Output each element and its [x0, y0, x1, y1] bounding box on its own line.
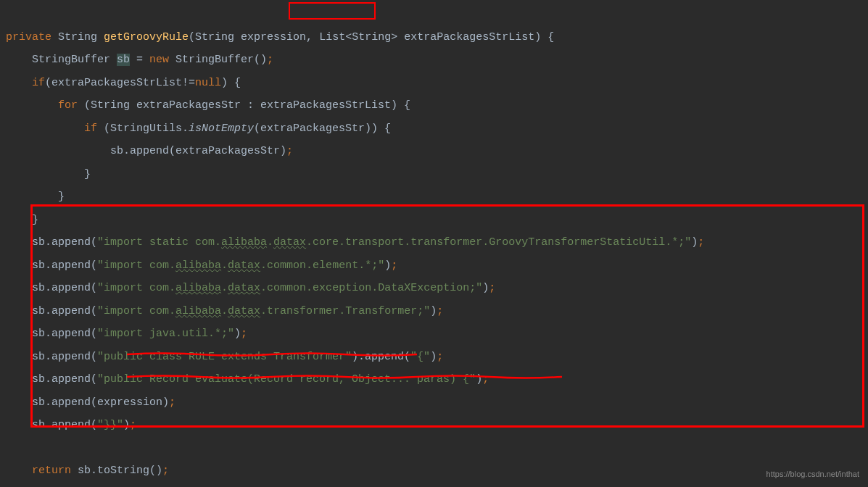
code-line: sb.append("public class RULE extends Tra…: [6, 351, 443, 363]
code-editor[interactable]: private String getGroovyRule(String expr…: [6, 3, 862, 487]
code-line: sb.append("import com.alibaba.datax.comm…: [6, 259, 397, 272]
code-line: sb.append(expression);: [6, 396, 175, 409]
code-line: sb.append("import com.alibaba.datax.tran…: [6, 305, 443, 317]
code-line: }: [6, 168, 91, 180]
code-line: if (StringUtils.isNotEmpty(extraPackages…: [6, 122, 391, 135]
code-line: }: [6, 191, 65, 203]
code-line: sb.append("import static com.alibaba.dat…: [6, 236, 704, 249]
code-line: sb.append(extraPackagesStr);: [6, 145, 293, 157]
code-line: StringBuffer sb = new StringBuffer();: [6, 54, 273, 66]
keyword-private: private String getGroovyRule(String expr…: [6, 31, 554, 43]
code-line: return sb.toString();: [6, 465, 169, 477]
code-line: if(extraPackagesStrList!=null) {: [6, 77, 241, 89]
code-line: for (String extraPackagesStr : extraPack…: [6, 99, 410, 112]
code-line: sb.append("import java.util.*;");: [6, 328, 247, 340]
code-line: sb.append("public Record evaluate(Record…: [6, 373, 489, 386]
code-line: sb.append("}}");: [6, 419, 136, 431]
code-line: sb.append("import com.alibaba.datax.comm…: [6, 282, 495, 294]
code-line: }: [6, 214, 38, 226]
watermark-text: https://blog.csdn.net/inthat: [766, 466, 859, 483]
